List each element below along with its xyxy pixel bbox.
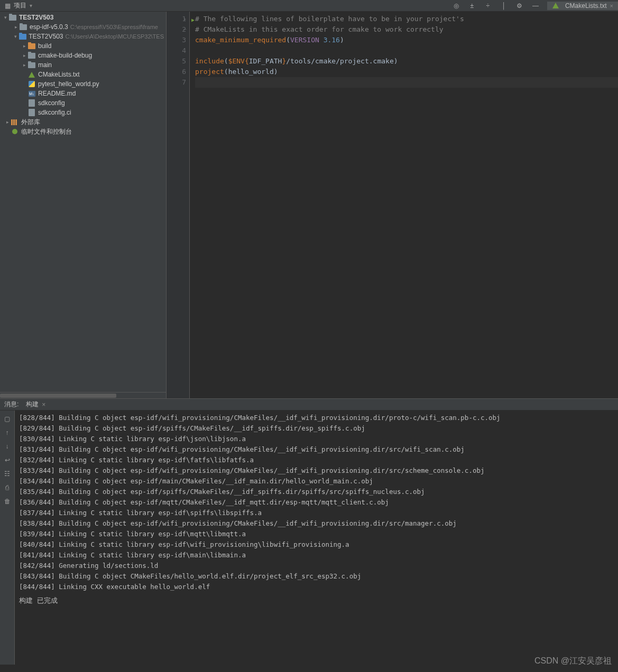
expand-icon[interactable]: ÷ (484, 2, 492, 10)
code-line[interactable]: # CMakeLists in this exact order for cma… (195, 24, 618, 35)
tree-item[interactable]: ▾TEST2V503C:\Users\A\Desktop\MCU\ESP32\T… (0, 32, 166, 41)
tree-root[interactable]: ▾ TEST2V503 (0, 13, 166, 22)
output-line: [832/844] Linking C static library esp-i… (19, 455, 614, 465)
dropdown-icon[interactable]: ▾ (30, 3, 32, 8)
wrap-icon[interactable]: ↩ (3, 456, 12, 464)
gear-icon[interactable]: ⚙ (515, 2, 524, 10)
messages-tab-label: 构建 (26, 400, 39, 409)
chevron-down-icon[interactable]: ▾ (2, 15, 8, 20)
editor-tab-label: CMakeLists.txt (565, 2, 607, 10)
build-output[interactable]: [828/844] Building C object esp-idf/wifi… (15, 410, 618, 665)
folder-blue-icon (19, 32, 26, 41)
tree-item[interactable]: ▸build (0, 41, 166, 51)
project-sidebar: ▾ TEST2V503 ▸esp-idf-v5.0.3C:\espressif\… (0, 12, 167, 398)
tree-item[interactable]: sdkconfig (0, 98, 166, 108)
editor-code[interactable]: # The following lines of boilerplate hav… (190, 12, 618, 398)
editor-gutter: 1▸▶2⌐34567 (167, 12, 190, 398)
output-line: [840/844] Linking C static library esp-i… (19, 539, 614, 550)
tree-item[interactable]: ▸esp-idf-v5.0.3C:\espressif\V503\Espress… (0, 22, 166, 32)
folder-icon (19, 23, 27, 31)
chevron-icon[interactable]: ▾ (13, 34, 19, 39)
chevron-icon[interactable]: ▸ (21, 53, 27, 58)
close-icon[interactable]: × (610, 3, 613, 9)
tree-item-label: sdkconfig.ci (38, 109, 71, 116)
tree-item[interactable]: ▸cmake-build-debug (0, 51, 166, 60)
code-line[interactable] (195, 77, 618, 88)
messages-tab[interactable]: 构建 × (24, 400, 48, 409)
project-tool-tab: ▦ 项目 ▾ ◎ ± ÷ │ ⚙ — CMakeLists.txt × (0, 0, 618, 12)
tree-item-label: CMakeLists.txt (38, 71, 80, 78)
tree-item-label: TEST2V503 (29, 33, 63, 40)
target-icon[interactable]: ◎ (452, 2, 460, 10)
md-icon: M↓ (27, 89, 36, 98)
cmake-icon (27, 70, 36, 79)
sidebar-scrollbar[interactable] (0, 392, 166, 398)
close-icon[interactable]: × (42, 401, 45, 408)
messages-panel: 消息: 构建 × ▢ ↑ ↓ ↩ ☷ ⎙ 🗑 [828/844] Buildin… (0, 398, 618, 665)
chevron-icon[interactable]: ▸ (21, 43, 27, 49)
hide-icon[interactable]: — (531, 2, 540, 10)
output-line: [842/844] Generating ld/sections.ld (19, 561, 614, 571)
code-line[interactable] (195, 45, 618, 56)
project-tree[interactable]: ▾ TEST2V503 ▸esp-idf-v5.0.3C:\espressif\… (0, 12, 166, 137)
collapse-icon[interactable]: │ (500, 2, 508, 10)
code-line[interactable]: include($ENV{IDF_PATH}/tools/cmake/proje… (195, 56, 618, 67)
output-line: [830/844] Linking C static library esp-i… (19, 434, 614, 444)
select-icon[interactable]: ± (468, 2, 476, 10)
output-line: [838/844] Building C object esp-idf/wifi… (19, 518, 614, 529)
messages-gutter: ▢ ↑ ↓ ↩ ☷ ⎙ 🗑 (0, 410, 15, 665)
scrollbar-thumb[interactable] (0, 394, 116, 398)
down-icon[interactable]: ↓ (3, 442, 12, 451)
editor-area: 1▸▶2⌐34567 # The following lines of boil… (167, 12, 618, 398)
tree-icon[interactable]: ☷ (3, 470, 12, 478)
project-title: 项目 (14, 1, 26, 10)
output-line: [837/844] Linking C static library esp-i… (19, 508, 614, 518)
tree-item[interactable]: M↓README.md (0, 89, 166, 98)
tree-item[interactable]: ▸外部库 (0, 117, 166, 127)
output-line: [841/844] Linking C static library esp-i… (19, 550, 614, 561)
output-line: [836/844] Building C object esp-idf/mqtt… (19, 497, 614, 508)
tree-item[interactable]: sdkconfig.ci (0, 108, 166, 117)
main-area: ▾ TEST2V503 ▸esp-idf-v5.0.3C:\espressif\… (0, 12, 618, 398)
tree-item[interactable]: 临时文件和控制台 (0, 127, 166, 136)
project-icon: ▦ (3, 2, 12, 10)
editor-body[interactable]: 1▸▶2⌐34567 # The following lines of boil… (167, 12, 618, 398)
tree-item-label: README.md (38, 90, 76, 97)
output-line: [833/844] Building C object esp-idf/wifi… (19, 465, 614, 476)
tree-item-label: pytest_hello_world.py (38, 80, 99, 88)
cmake-icon (551, 2, 560, 10)
tree-item[interactable]: CMakeLists.txt (0, 70, 166, 79)
tree-item[interactable]: ▸main (0, 60, 166, 70)
up-icon[interactable]: ↑ (3, 428, 12, 437)
folder-orange-icon (27, 42, 36, 50)
chevron-icon[interactable]: ▸ (13, 24, 19, 30)
print-icon[interactable]: ⎙ (3, 483, 12, 492)
tree-item-label: 外部库 (21, 118, 40, 127)
stop-icon[interactable]: ▢ (3, 415, 12, 423)
messages-header: 消息: 构建 × (0, 399, 618, 410)
tree-item-label: 临时文件和控制台 (21, 127, 72, 136)
file-icon (27, 99, 36, 107)
messages-body: ▢ ↑ ↓ ↩ ☷ ⎙ 🗑 [828/844] Building C objec… (0, 410, 618, 665)
output-line: [844/844] Linking CXX executable hello_w… (19, 582, 614, 592)
tree-root-label: TEST2V503 (19, 14, 53, 21)
py-icon (27, 80, 36, 88)
green-icon (11, 127, 19, 136)
output-line: [834/844] Building C object esp-idf/main… (19, 476, 614, 487)
chevron-icon[interactable]: ▸ (21, 62, 27, 68)
output-line: [831/844] Building C object esp-idf/wifi… (19, 444, 614, 455)
tree-item[interactable]: pytest_hello_world.py (0, 79, 166, 89)
tree-item-label: sdkconfig (38, 99, 65, 107)
trash-icon[interactable]: 🗑 (3, 497, 12, 506)
code-line[interactable]: project(hello_world) (195, 67, 618, 77)
tree-item-label: build (38, 42, 51, 50)
tree-item-label: cmake-build-debug (38, 52, 92, 59)
code-line[interactable]: # The following lines of boilerplate hav… (195, 14, 618, 24)
chevron-icon[interactable]: ▸ (4, 119, 11, 125)
code-line[interactable]: cmake_minimum_required(VERSION 3.16) (195, 35, 618, 45)
tree-item-label: esp-idf-v5.0.3 (30, 23, 68, 31)
output-line: [828/844] Building C object esp-idf/wifi… (19, 413, 614, 423)
editor-tab[interactable]: CMakeLists.txt × (547, 2, 618, 10)
tree-item-label: main (38, 61, 52, 69)
build-status: 构建 已完成 (19, 592, 614, 606)
